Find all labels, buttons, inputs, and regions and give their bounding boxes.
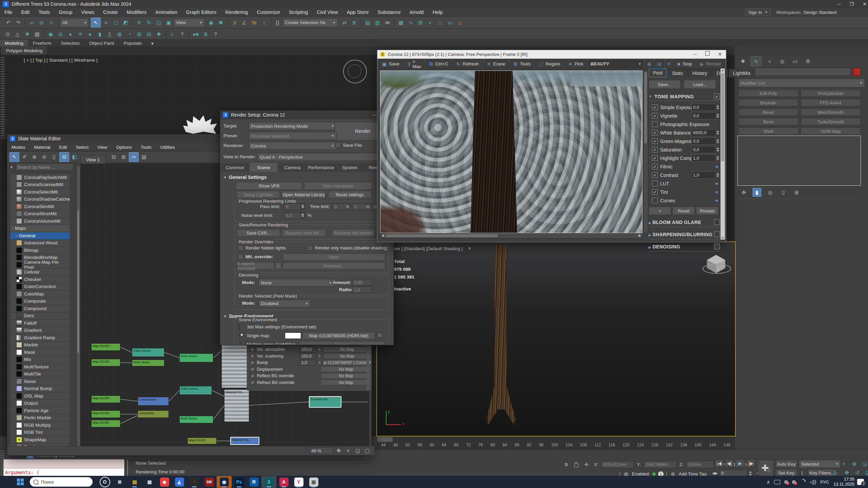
browser-item-mix[interactable]: Mix xyxy=(10,356,70,364)
drag-handle-icon[interactable]: ⋮⋮ xyxy=(649,140,652,143)
vfb-save-button[interactable]: ▣Save xyxy=(379,60,403,68)
show-shaded-icon[interactable]: ≔ xyxy=(129,152,139,162)
param-value-field[interactable]: 100,0 xyxy=(299,347,316,352)
forest-list-icon[interactable]: ≣ xyxy=(201,29,210,39)
rs-excluded-button[interactable]: 0 objects excluded... xyxy=(237,262,274,269)
tm-checkbox[interactable]: ✓ xyxy=(652,130,658,136)
browser-section-Maps[interactable]: - Maps xyxy=(10,225,70,232)
make-unique-icon[interactable]: ◎ xyxy=(766,188,775,197)
taskbar-app-photoshop[interactable]: Ps xyxy=(232,476,246,488)
modifier-button-meshsmooth[interactable]: MeshSmooth xyxy=(801,108,861,116)
menu-tools[interactable]: Tools xyxy=(34,8,54,16)
vfb-erase-button[interactable]: ✕Erase xyxy=(484,60,509,68)
tab-modify[interactable]: ∿ xyxy=(751,56,762,66)
material-node[interactable]: Composite.. xyxy=(138,410,169,418)
material-node[interactable]: Color Correc.. xyxy=(132,348,164,357)
tool-icon[interactable]: ⊞ xyxy=(135,29,144,39)
pick-material-icon[interactable]: ✐ xyxy=(20,152,29,162)
play-icon[interactable]: ▶ xyxy=(735,459,745,467)
sme-browser-scrollbar[interactable] xyxy=(77,166,80,451)
set-keys-button[interactable]: ✚⚿ xyxy=(758,460,774,476)
tm-value-field[interactable]: 0,0 xyxy=(691,112,716,119)
language-indicator[interactable]: РУС xyxy=(820,480,829,485)
rs-save-cxr-button[interactable]: Save CXR... xyxy=(237,229,280,237)
menu-views[interactable]: Views xyxy=(77,8,99,16)
tree-object-icon[interactable]: ♠ xyxy=(85,29,95,39)
minimize-icon[interactable]: ─ xyxy=(837,1,841,7)
modifier-list-dropdown[interactable]: Modifier List▼ xyxy=(738,79,865,87)
mirror-icon[interactable]: ⇄ xyxy=(340,18,349,27)
delete-icon[interactable]: ▯ xyxy=(50,152,59,162)
menu-animation[interactable]: Animation xyxy=(151,8,181,16)
tool-icon[interactable]: ▯ xyxy=(105,29,114,39)
material-node[interactable]: Rock-Textur.. xyxy=(132,360,164,366)
railclone-help-icon[interactable]: ? xyxy=(211,29,220,39)
drag-handle-icon[interactable]: ⋮⋮ xyxy=(649,165,652,168)
vfb-section-sharpening-blurring[interactable]: ▶ SHARPENING/BLURRING xyxy=(649,231,720,239)
tm-checkbox[interactable]: ✓ xyxy=(652,113,658,119)
browser-item-marble[interactable]: Marble xyxy=(10,342,70,349)
taskbar-app-steam[interactable]: ◉ xyxy=(217,476,232,488)
browser-item-coronaslicermtl[interactable]: CoronaSlicerMtl xyxy=(10,210,70,218)
tm-checkbox[interactable] xyxy=(652,121,658,127)
next-frame-icon[interactable]: |▶ xyxy=(747,459,755,467)
tray-expand-icon[interactable]: ∧ xyxy=(767,479,770,485)
tm-checkbox[interactable]: ✓ xyxy=(652,155,658,161)
vfb-zoom-out-icon[interactable]: ⊖ xyxy=(655,60,664,68)
sme-view-tab[interactable]: View 1 xyxy=(80,155,105,164)
section-checkbox[interactable] xyxy=(714,231,720,237)
drag-handle-icon[interactable]: ⋮⋮ xyxy=(649,148,652,151)
x-field[interactable]: 419,422mm xyxy=(601,461,634,468)
tm-checkbox[interactable] xyxy=(652,198,658,203)
modifier-button-bend[interactable]: Bend xyxy=(738,118,798,125)
param-checkbox[interactable]: ✓ xyxy=(250,367,255,372)
vfb-close-icon[interactable]: ✕ xyxy=(718,52,722,57)
material-node[interactable]: Material #31.. xyxy=(221,341,247,388)
modifier-button-ffd-4x4x4[interactable]: FFD 4x4x4 xyxy=(801,99,861,106)
sun-light-icon[interactable]: ✳ xyxy=(76,29,85,39)
param-checkbox[interactable]: ✓ xyxy=(250,354,255,359)
browser-item-camera-map-per-pixel[interactable]: Camera Map Per Pixel xyxy=(10,261,70,269)
expand-left-icon[interactable]: ◀ xyxy=(715,164,718,169)
viewport-label[interactable]: spective ] [Standard] [Default Shading ]… xyxy=(383,246,472,251)
menu-help[interactable]: Help xyxy=(428,8,447,16)
taskbar-app-system-monitor[interactable]: ▦ xyxy=(306,476,321,488)
filter-funnel-icon[interactable]: ▼ xyxy=(467,246,472,251)
section-checkbox[interactable] xyxy=(714,244,720,249)
scroll-right-icon[interactable]: ▶ xyxy=(638,233,641,237)
material-node[interactable]: Map #21387.. xyxy=(91,359,120,366)
drag-handle-icon[interactable]: ⋮⋮ xyxy=(649,190,652,194)
select-move-icon[interactable]: ✛ xyxy=(135,18,144,27)
chevron-down-icon[interactable]: ▼ xyxy=(10,165,13,169)
expand-left-icon[interactable]: ◀ xyxy=(715,181,718,186)
tab-motion[interactable]: ◎ xyxy=(777,57,787,66)
param-checkbox[interactable]: ✓ xyxy=(250,373,255,378)
rs-mtl-override-checkbox[interactable] xyxy=(238,254,243,260)
rs-show-vfb-button[interactable]: Show VFB xyxy=(236,182,302,190)
param-map-slot[interactable]: Map #2138798097 ( CoronaNor xyxy=(323,360,371,366)
drag-handle-icon[interactable]: ⋮⋮ xyxy=(649,123,652,126)
camera-target-icon[interactable]: ◎ xyxy=(56,29,65,39)
y-field[interactable]: 2487,694m xyxy=(644,461,677,468)
browser-item-colorcorrection[interactable]: ColorCorrection xyxy=(10,283,70,291)
material-node[interactable]: CoronaNorm.. xyxy=(138,397,169,406)
render-production-icon[interactable]: ♨ xyxy=(455,18,465,27)
ribbon-tab-selection[interactable]: Selection xyxy=(56,40,85,47)
select-object-icon[interactable]: ↖ xyxy=(91,18,101,27)
tool-icon[interactable]: ▮ xyxy=(95,29,104,39)
layout-all-icon[interactable]: ⧉ xyxy=(59,152,69,162)
rs-start-interactive-button[interactable]: Start interactive xyxy=(304,182,372,190)
select-manipulate-icon[interactable]: ✱ xyxy=(216,18,225,27)
material-node[interactable]: Map #21387.. xyxy=(91,410,120,418)
selection-lock-icon[interactable] xyxy=(574,464,579,467)
material-node[interactable]: Map #21387.. xyxy=(91,395,120,403)
select-link-icon[interactable]: ∞ xyxy=(27,18,36,27)
ribbon-tab-object-paint[interactable]: Object Paint xyxy=(84,40,119,47)
rs-titlebar[interactable]: 3 Render Setup: Corona 12 ─ xyxy=(220,110,394,119)
menu-scripting[interactable]: Scripting xyxy=(284,8,312,16)
selection-set-dropdown[interactable]: Selected▼ xyxy=(799,460,841,468)
menu-graph-editors[interactable]: Graph Editors xyxy=(182,8,221,16)
tm-checkbox[interactable]: ✓ xyxy=(652,104,658,110)
vfb-panel-scrollbar[interactable]: ▲ ▼ xyxy=(721,68,725,240)
modifier-button-boolean[interactable]: Boolean xyxy=(738,99,798,106)
